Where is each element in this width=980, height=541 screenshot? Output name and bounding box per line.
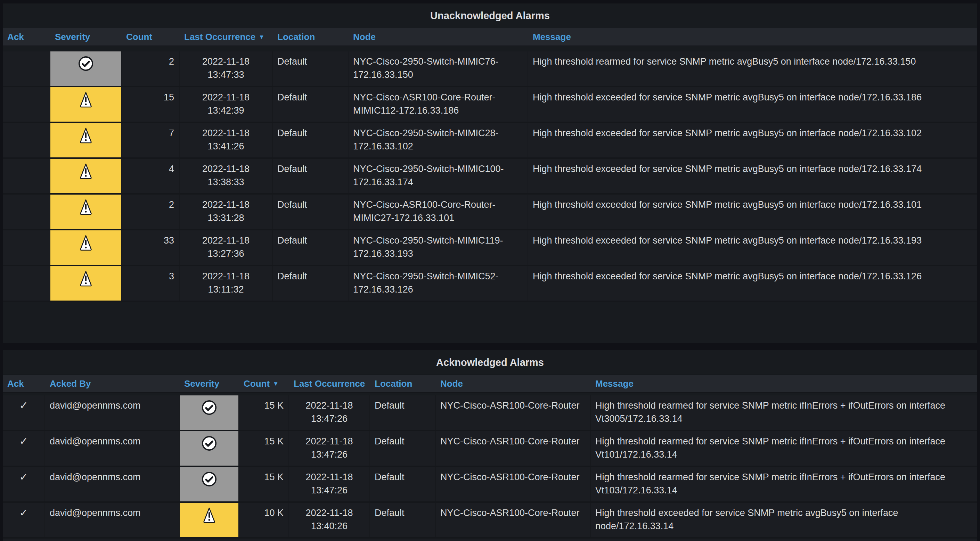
ack-cell <box>3 231 50 265</box>
alarm-row-partial[interactable] <box>3 539 977 541</box>
count-cell: 15 K <box>239 395 289 430</box>
column-header-message[interactable]: Message <box>528 32 977 42</box>
last-occurrence-cell: 2022-11-1813:40:26 <box>289 503 370 537</box>
ack-check-icon: ✓ <box>19 507 28 519</box>
message-cell: High threshold exceeded for service SNMP… <box>528 159 977 193</box>
severity-badge <box>50 194 121 229</box>
time-text: 13:40:26 <box>291 519 368 533</box>
caret-down-icon: ▼ <box>273 380 279 387</box>
message-cell: High threshold exceeded for service SNMP… <box>528 123 977 158</box>
count-cell: 2 <box>122 194 180 229</box>
alarm-row[interactable]: ✓david@opennms.com10 K2022-11-1813:40:26… <box>3 503 977 539</box>
column-header-label: Node <box>353 32 375 42</box>
acked-by-cell: david@opennms.com <box>45 395 180 430</box>
alarm-row[interactable]: ✓david@opennms.com15 K2022-11-1813:47:26… <box>3 467 977 503</box>
ack-cell: ✓ <box>3 431 45 466</box>
column-header-ack[interactable]: Ack <box>3 379 45 389</box>
message-cell: High threshold exceeded for service SNMP… <box>528 266 977 301</box>
column-header-count[interactable]: Count <box>122 32 180 42</box>
severity-cell <box>180 467 239 501</box>
alarm-row[interactable]: ✓david@opennms.com15 K2022-11-1813:47:26… <box>3 431 977 467</box>
ack-cell <box>3 87 50 122</box>
count-cell: 3 <box>122 266 180 301</box>
column-header-last-occurrence[interactable]: Last Occurrence <box>289 379 370 389</box>
location-cell: Default <box>370 395 436 430</box>
column-header-node[interactable]: Node <box>348 32 528 42</box>
node-cell: NYC-Cisco-2950-Switch-MIMIC100-172.16.33… <box>348 159 528 193</box>
ack-cell <box>3 51 50 86</box>
acked-by-cell: david@opennms.com <box>45 503 180 537</box>
severity-cell <box>50 51 122 86</box>
time-text: 13:47:33 <box>181 68 271 81</box>
location-cell: Default <box>370 503 436 537</box>
node-cell: NYC-Cisco-2950-Switch-MIMIC52-172.16.33.… <box>348 266 528 301</box>
column-header-acked-by[interactable]: Acked By <box>45 379 180 389</box>
column-header-label: Location <box>277 32 315 42</box>
acked-by-cell: david@opennms.com <box>45 431 180 466</box>
column-header-last-occurrence[interactable]: Last Occurrence▼ <box>180 32 273 42</box>
time-text: 13:47:26 <box>291 412 368 425</box>
date-text: 2022-11-18 <box>181 198 271 211</box>
alarm-row[interactable]: 332022-11-1813:27:36DefaultNYC-Cisco-295… <box>3 231 977 266</box>
severity-cell <box>180 395 239 430</box>
count-cell: 33 <box>122 231 180 265</box>
severity-cell <box>50 231 122 265</box>
table-body: ✓david@opennms.com15 K2022-11-1813:47:26… <box>3 393 977 541</box>
date-text: 2022-11-18 <box>181 126 271 140</box>
alarm-row[interactable]: 152022-11-1813:42:39DefaultNYC-Cisco-ASR… <box>3 87 977 123</box>
ack-cell: ✓ <box>3 503 45 537</box>
column-header-location[interactable]: Location <box>273 32 348 42</box>
unacknowledged-alarms-table: AckSeverityCountLast Occurrence▼Location… <box>3 28 977 302</box>
severity-cell <box>50 194 122 229</box>
time-text: 13:11:32 <box>181 283 271 296</box>
node-cell: NYC-Cisco-2950-Switch-MIMIC119-172.16.33… <box>348 231 528 265</box>
severity-badge <box>180 395 239 430</box>
ack-check-icon: ✓ <box>19 471 28 483</box>
count-cell: 10 K <box>239 503 289 537</box>
column-header-node[interactable]: Node <box>436 379 591 389</box>
ack-cell: ✓ <box>3 467 45 501</box>
acknowledged-alarms-table: AckAcked BySeverityCount▼Last Occurrence… <box>3 375 977 541</box>
alarm-row[interactable]: ✓david@opennms.com15 K2022-11-1813:47:26… <box>3 395 977 431</box>
alarm-row[interactable]: 22022-11-1813:31:28DefaultNYC-Cisco-ASR1… <box>3 194 977 231</box>
message-cell: High threshold exceeded for service SNMP… <box>591 503 977 537</box>
column-header-ack[interactable]: Ack <box>3 32 50 42</box>
ack-cell: ✓ <box>3 395 45 430</box>
alarm-row[interactable]: 42022-11-1813:38:33DefaultNYC-Cisco-2950… <box>3 159 977 194</box>
alarm-row[interactable]: 72022-11-1813:41:26DefaultNYC-Cisco-2950… <box>3 123 977 159</box>
warning-triangle-icon <box>80 234 92 251</box>
node-cell: NYC-Cisco-ASR100-Core-Router <box>436 467 591 501</box>
count-cell: 4 <box>122 159 180 193</box>
column-header-label: Severity <box>184 379 219 389</box>
column-header-message[interactable]: Message <box>591 379 977 389</box>
node-cell: NYC-Cisco-ASR100-Core-Router <box>436 395 591 430</box>
column-header-location[interactable]: Location <box>370 379 436 389</box>
message-cell: High threshold rearmed for service SNMP … <box>591 395 977 430</box>
last-occurrence-cell: 2022-11-1813:27:36 <box>180 231 273 265</box>
column-header-severity[interactable]: Severity <box>180 379 239 389</box>
column-header-label: Count <box>126 32 152 42</box>
ack-cell <box>3 194 50 229</box>
count-cell: 15 K <box>239 467 289 501</box>
alarm-row[interactable]: 32022-11-1813:11:32DefaultNYC-Cisco-2950… <box>3 266 977 302</box>
date-text: 2022-11-18 <box>181 234 271 247</box>
warning-triangle-icon <box>80 270 92 287</box>
severity-badge <box>50 51 121 86</box>
node-cell: NYC-Cisco-ASR100-Core-Router <box>436 431 591 466</box>
date-text: 2022-11-18 <box>291 471 368 484</box>
panel-title-acknowledged[interactable]: Acknowledged Alarms <box>3 350 977 375</box>
severity-cell <box>50 159 122 193</box>
alarm-row[interactable]: 22022-11-1813:47:33DefaultNYC-Cisco-2950… <box>3 51 977 87</box>
column-header-severity[interactable]: Severity <box>50 32 122 42</box>
location-cell: Default <box>273 159 348 193</box>
last-occurrence-cell: 2022-11-1813:11:32 <box>180 266 273 301</box>
column-header-label: Count <box>243 379 270 389</box>
last-occurrence-cell: 2022-11-1813:47:26 <box>289 431 370 466</box>
column-header-count[interactable]: Count▼ <box>239 379 289 389</box>
panel-title-unacknowledged[interactable]: Unacknowledged Alarms <box>3 3 977 28</box>
severity-badge <box>180 431 239 466</box>
severity-badge <box>50 159 121 193</box>
location-cell: Default <box>273 51 348 86</box>
severity-cell <box>180 503 239 537</box>
time-text: 13:42:39 <box>181 104 271 117</box>
